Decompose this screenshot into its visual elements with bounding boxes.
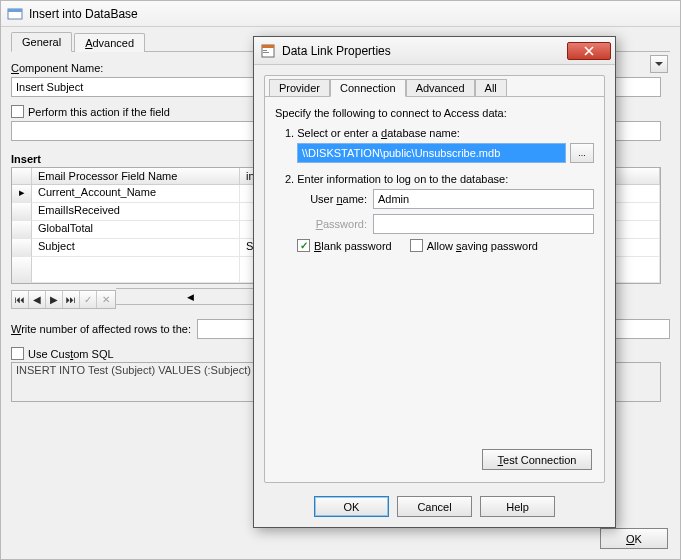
dialog-titlebar[interactable]: Data Link Properties [254,37,615,65]
tab-dropdown-area [648,55,670,73]
dialog-help-button[interactable]: Help [480,496,555,517]
blank-password-label: Blank password [314,240,392,252]
perform-action-checkbox[interactable] [11,105,24,118]
window-icon [7,6,23,22]
nav-cancel-button[interactable]: ✕ [97,291,114,308]
dialog-close-button[interactable] [567,42,611,60]
use-custom-sql-label: Use Custom SQL [28,348,114,360]
password-label: Password: [297,218,367,230]
data-link-dialog: Data Link Properties Provider Connection… [253,36,616,528]
database-name-input[interactable] [297,143,566,163]
close-icon [584,46,594,56]
dialog-tabs: Provider Connection Advanced All [269,76,608,96]
grid-scroll-track[interactable]: ◀ [116,288,266,305]
parent-titlebar[interactable]: Insert into DataBase [1,1,680,27]
dialog-icon [260,43,276,59]
nav-next-button[interactable]: ▶ [46,291,63,308]
caret-down-icon [655,62,663,66]
dialog-cancel-button[interactable]: Cancel [397,496,472,517]
svg-rect-5 [263,52,269,53]
dialog-title: Data Link Properties [282,44,391,58]
step2-label: 2. Enter information to log on to the da… [285,173,594,185]
connection-tab-content: Specify the following to connect to Acce… [265,96,604,482]
parent-title: Insert into DataBase [29,7,138,21]
instruction-text: Specify the following to connect to Acce… [275,107,594,119]
perform-action-label: Perform this action if the field [28,106,170,118]
nav-prev-button[interactable]: ◀ [29,291,46,308]
tab-connection[interactable]: Connection [330,79,406,97]
svg-rect-4 [263,50,267,51]
svg-rect-3 [262,45,274,48]
row-pointer-icon: ▸ [12,185,32,203]
use-custom-sql-checkbox[interactable] [11,347,24,360]
nav-last-button[interactable]: ⏭ [63,291,80,308]
blank-password-checkbox[interactable] [297,239,310,252]
username-input[interactable] [373,189,594,209]
browse-button[interactable]: ... [570,143,594,163]
parent-ok-button[interactable]: OK [600,528,668,549]
grid-col-name[interactable]: Email Processor Field Name [32,168,240,185]
allow-saving-checkbox[interactable] [410,239,423,252]
tab-provider[interactable]: Provider [269,79,330,97]
step1-label: 1. Select or enter a database name: [285,127,594,139]
allow-saving-label: Allow saving password [427,240,538,252]
dialog-ok-button[interactable]: OK [314,496,389,517]
username-label: User name: [297,193,367,205]
write-rows-label: Write number of affected rows to the: [11,323,191,335]
tab-general[interactable]: General [11,32,72,52]
tab-advanced[interactable]: Advanced [74,33,145,52]
password-input[interactable] [373,214,594,234]
nav-confirm-button[interactable]: ✓ [80,291,97,308]
nav-first-button[interactable]: ⏮ [12,291,29,308]
tab-dlg-advanced[interactable]: Advanced [406,79,475,97]
test-connection-button[interactable]: Test Connection [482,449,592,470]
dropdown-button[interactable] [650,55,668,73]
svg-rect-1 [8,9,22,12]
tab-all[interactable]: All [475,79,507,97]
grid-navigator: ⏮ ◀ ▶ ⏭ ✓ ✕ [11,290,116,309]
